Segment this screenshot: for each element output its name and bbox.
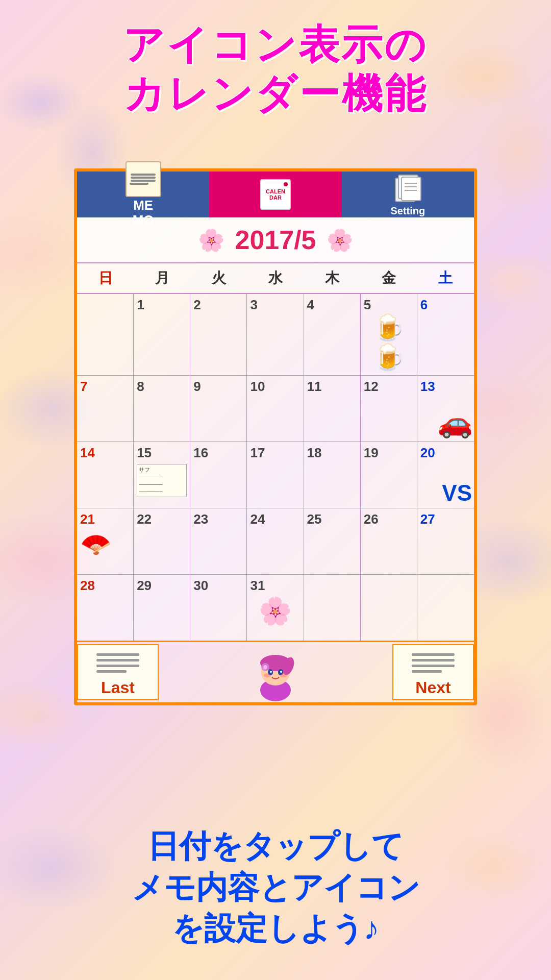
day-header-fri: 金 xyxy=(361,263,417,293)
table-row[interactable]: 22 xyxy=(134,508,190,575)
tab-memo[interactable]: MEMO xyxy=(77,172,209,217)
table-row[interactable] xyxy=(361,575,417,641)
flower-left: 🌸 xyxy=(198,228,224,253)
table-row[interactable]: 23 xyxy=(190,508,247,575)
last-button[interactable]: Last xyxy=(77,644,159,700)
nav-bar: Last xyxy=(77,641,474,702)
table-row[interactable]: 13 🚗 xyxy=(417,376,474,442)
bottom-text-line1: 日付をタップして xyxy=(0,826,551,867)
title-line2: カレンダー機能 xyxy=(0,69,551,118)
calendar-tab-icon: CALENDAR xyxy=(260,179,291,210)
center-character xyxy=(159,642,392,703)
next-label: Next xyxy=(415,678,450,697)
flower-right: 🌸 xyxy=(327,228,353,253)
table-row[interactable] xyxy=(417,575,474,641)
day-header-sun: 日 xyxy=(77,263,134,293)
day-header-mon: 月 xyxy=(134,263,190,293)
tab-setting[interactable]: Setting xyxy=(342,172,474,217)
table-row[interactable]: 18 xyxy=(304,442,361,508)
table-row[interactable]: 2 xyxy=(190,294,247,376)
table-row[interactable]: 26 xyxy=(361,508,417,575)
table-row[interactable]: 12 xyxy=(361,376,417,442)
day-headers: 日 月 火 水 木 金 土 xyxy=(77,263,474,294)
month-display: 2017/5 xyxy=(235,225,316,255)
memo-tab-label: MEMO xyxy=(133,198,154,227)
day-header-tue: 火 xyxy=(190,263,247,293)
svg-point-12 xyxy=(270,671,272,673)
calendar-container: MEMO CALENDAR xyxy=(74,168,477,705)
table-row[interactable]: 31 🌸 xyxy=(247,575,304,641)
day-header-sat: 土 xyxy=(417,263,474,293)
svg-point-13 xyxy=(280,671,282,673)
table-row[interactable]: 15 サフ────────────────── xyxy=(134,442,190,508)
table-row[interactable]: 11 xyxy=(304,376,361,442)
table-row[interactable]: 6 xyxy=(417,294,474,376)
table-row[interactable]: 14 xyxy=(77,442,134,508)
table-row[interactable] xyxy=(304,575,361,641)
table-row[interactable]: 19 xyxy=(361,442,417,508)
table-row[interactable]: 5 🍺🍺 xyxy=(361,294,417,376)
table-row[interactable]: 4 xyxy=(304,294,361,376)
table-row[interactable]: 10 xyxy=(247,376,304,442)
table-row[interactable]: 21 🪭 xyxy=(77,508,134,575)
table-row[interactable]: 3 xyxy=(247,294,304,376)
table-row[interactable]: 8 xyxy=(134,376,190,442)
table-row[interactable]: 17 xyxy=(247,442,304,508)
setting-tab-label: Setting xyxy=(390,205,425,217)
tab-calendar[interactable]: CALENDAR xyxy=(209,172,341,217)
day-header-thu: 木 xyxy=(304,263,361,293)
table-row[interactable]: 28 xyxy=(77,575,134,641)
table-row[interactable]: 20 VS xyxy=(417,442,474,508)
svg-point-15 xyxy=(280,673,287,677)
table-row[interactable]: 29 xyxy=(134,575,190,641)
table-row[interactable]: 9 xyxy=(190,376,247,442)
table-row[interactable]: 1 xyxy=(134,294,190,376)
bottom-description: 日付をタップして メモ内容とアイコン を設定しよう♪ xyxy=(0,826,551,949)
setting-icon xyxy=(391,172,424,205)
svg-point-14 xyxy=(264,673,271,677)
tab-bar: MEMO CALENDAR xyxy=(77,172,474,217)
table-row[interactable] xyxy=(77,294,134,376)
page-title: アイコン表示の カレンダー機能 xyxy=(0,20,551,118)
table-row[interactable]: 27 xyxy=(417,508,474,575)
table-row[interactable]: 24 xyxy=(247,508,304,575)
calendar-grid: 1 2 3 4 5 🍺🍺 6 7 8 9 10 11 12 13 🚗 14 15 xyxy=(77,294,474,641)
bottom-text-line2: メモ内容とアイコン xyxy=(0,867,551,909)
table-row[interactable]: 16 xyxy=(190,442,247,508)
next-button[interactable]: Next xyxy=(392,644,474,700)
title-line1: アイコン表示の xyxy=(0,20,551,69)
day-header-wed: 水 xyxy=(247,263,304,293)
svg-rect-2 xyxy=(402,177,421,201)
last-label: Last xyxy=(101,678,135,697)
background: アイコン表示の カレンダー機能 MEMO xyxy=(0,0,551,980)
anime-character xyxy=(240,642,311,703)
table-row[interactable]: 7 xyxy=(77,376,134,442)
svg-point-17 xyxy=(263,665,267,669)
bottom-text-line3: を設定しよう♪ xyxy=(0,908,551,949)
table-row[interactable]: 30 xyxy=(190,575,247,641)
table-row[interactable]: 25 xyxy=(304,508,361,575)
